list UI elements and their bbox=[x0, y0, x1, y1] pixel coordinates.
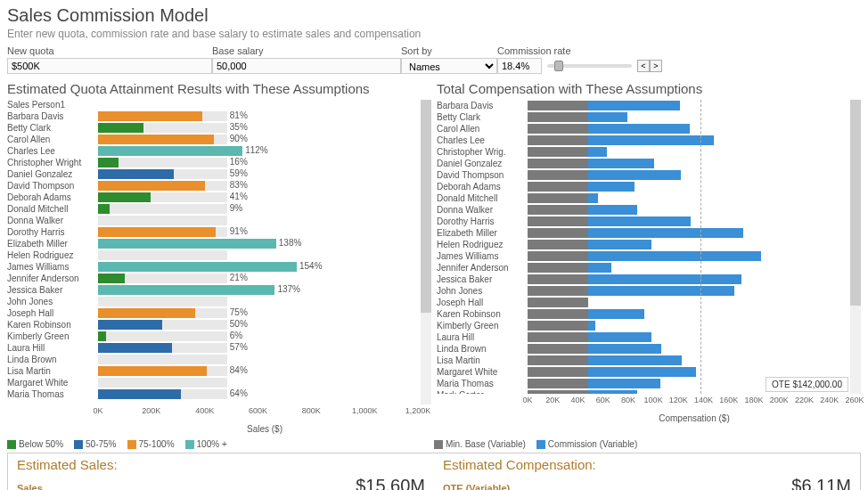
table-row: Laura Hill bbox=[437, 331, 850, 343]
person-label: John Jones bbox=[7, 297, 98, 306]
table-row: David Thompson bbox=[437, 169, 850, 181]
table-row: Joseph Hall bbox=[437, 297, 850, 308]
person-label: Karen Robinson bbox=[7, 320, 98, 330]
person-label: Christopher Wrig. bbox=[437, 147, 528, 157]
salary-input[interactable] bbox=[212, 58, 401, 74]
person-label: Deborah Adams bbox=[7, 192, 98, 202]
table-row: Jessica Baker137% bbox=[7, 284, 421, 296]
table-row: Deborah Adams bbox=[437, 181, 850, 192]
person-label: Laura Hill bbox=[437, 332, 528, 342]
table-row: Christopher Wrig. bbox=[437, 146, 850, 158]
person-label: Elizabeth Miller bbox=[437, 228, 528, 238]
person-label: Maria Thomas bbox=[437, 379, 528, 388]
left-chart-title: Estimated Quota Attainment Results with … bbox=[7, 81, 431, 96]
person-label: Dorothy Harris bbox=[437, 216, 528, 226]
person-label: Donald Mitchell bbox=[437, 193, 528, 203]
table-row: Donna Walker bbox=[437, 204, 850, 216]
person-label: Barbara Davis bbox=[7, 111, 98, 121]
pct-label: 112% bbox=[245, 145, 268, 155]
salary-label: Base salary bbox=[212, 45, 401, 56]
person-label: Maria Thomas bbox=[7, 389, 98, 399]
pct-label: 90% bbox=[230, 134, 248, 143]
pct-label: 59% bbox=[230, 168, 248, 178]
quota-label: New quota bbox=[7, 45, 212, 56]
person-label: Helen Rodriguez bbox=[437, 240, 528, 249]
table-row: Kimberly Green bbox=[437, 320, 850, 331]
person-label: John Jones bbox=[437, 286, 528, 296]
rate-increase[interactable]: > bbox=[650, 60, 662, 72]
legend-item: Below 50% bbox=[7, 439, 63, 449]
pct-label: 64% bbox=[230, 388, 248, 398]
table-row: Barbara Davis81% bbox=[7, 110, 421, 122]
person-label: Donald Mitchell bbox=[7, 204, 98, 214]
right-axis: 0K20K40K60K80K100K120K140K160K180K200K22… bbox=[528, 396, 861, 404]
legend-left: Below 50%50-75%75-100%100% + bbox=[7, 439, 434, 449]
rate-label: Commission rate bbox=[497, 45, 676, 56]
pct-label: 137% bbox=[277, 284, 300, 294]
ote-label: OTE (Variable) bbox=[443, 483, 510, 490]
person-label: Barbara Davis bbox=[437, 101, 528, 110]
person-label: Linda Brown bbox=[437, 344, 528, 354]
rate-input[interactable] bbox=[497, 58, 542, 74]
table-row: Margaret White bbox=[7, 377, 421, 388]
legend-item: Commission (Variable) bbox=[536, 439, 637, 449]
person-label: Donna Walker bbox=[437, 205, 528, 215]
person-label: Betty Clark bbox=[7, 123, 98, 133]
pct-label: 9% bbox=[230, 203, 242, 213]
table-row: Linda Brown bbox=[437, 343, 850, 355]
pct-label: 81% bbox=[230, 110, 248, 120]
person-label: Christopher Wright bbox=[7, 158, 98, 167]
table-row: Donald Mitchell bbox=[437, 192, 850, 204]
person-label: David Thompson bbox=[7, 181, 98, 191]
person-label: Lisa Martin bbox=[7, 366, 98, 376]
table-row: Linda Brown bbox=[7, 354, 421, 365]
table-row: Charles Lee bbox=[437, 135, 850, 146]
table-row: Carol Allen90% bbox=[7, 134, 421, 145]
sales-value: $15.60M bbox=[356, 476, 425, 490]
person-label: Kimberly Green bbox=[7, 331, 98, 341]
pct-label: 91% bbox=[230, 226, 248, 236]
legend-item: 100% + bbox=[185, 439, 227, 449]
right-scrollbar[interactable] bbox=[850, 100, 861, 306]
left-scrollbar[interactable] bbox=[421, 100, 431, 313]
table-row: Helen Rodriguez bbox=[7, 249, 421, 261]
table-row: Laura Hill57% bbox=[7, 342, 421, 354]
table-row: Karen Robinson bbox=[437, 308, 850, 320]
table-row: Betty Clark bbox=[437, 111, 850, 123]
sort-select[interactable]: Names bbox=[401, 58, 497, 74]
rate-decrease[interactable]: < bbox=[637, 60, 650, 72]
person-label: Charles Lee bbox=[7, 146, 98, 156]
table-row: Donald Mitchell9% bbox=[7, 203, 421, 215]
table-row: Joseph Hall75% bbox=[7, 307, 421, 319]
pct-label: 75% bbox=[230, 307, 248, 317]
table-row: James Williams154% bbox=[7, 261, 421, 273]
person-label: Deborah Adams bbox=[437, 182, 528, 192]
person-label: Betty Clark bbox=[437, 112, 528, 122]
table-row: Charles Lee112% bbox=[7, 145, 421, 157]
table-row: Elizabeth Miller bbox=[437, 227, 850, 239]
table-row: Christopher Wright16% bbox=[7, 157, 421, 168]
controls-row: New quota Base salary Sort by Names Comm… bbox=[7, 45, 861, 74]
person-label: Karen Robinson bbox=[437, 309, 528, 319]
rate-slider[interactable] bbox=[547, 64, 632, 68]
page-subtitle: Enter new quota, commission rate and bas… bbox=[7, 28, 861, 40]
person-label: Daniel Gonzalez bbox=[7, 169, 98, 179]
left-axis: 0K200K400K600K800K1,000K1,200K bbox=[98, 406, 431, 415]
person-label: Linda Brown bbox=[7, 355, 98, 364]
pct-label: 138% bbox=[279, 238, 302, 248]
quota-input[interactable] bbox=[7, 58, 212, 74]
person-label: Jessica Baker bbox=[7, 285, 98, 295]
table-row: Maria Thomas64% bbox=[7, 388, 421, 400]
table-row: John Jones bbox=[437, 285, 850, 297]
quota-chart: Barbara Davis81%Betty Clark35%Carol Alle… bbox=[7, 110, 421, 404]
person-label: Charles Lee bbox=[437, 135, 528, 145]
legend-item: 75-100% bbox=[127, 439, 175, 449]
summary-comp-title: Estimated Compensation: bbox=[443, 457, 851, 472]
pct-label: 154% bbox=[299, 261, 323, 271]
table-row: Carol Allen bbox=[437, 123, 850, 135]
ote-ref-line bbox=[700, 100, 701, 394]
summary-sales-title: Estimated Sales: bbox=[17, 457, 425, 472]
table-row: Jessica Baker bbox=[437, 274, 850, 285]
person-label: David Thompson bbox=[437, 170, 528, 180]
pct-label: 84% bbox=[230, 365, 248, 375]
